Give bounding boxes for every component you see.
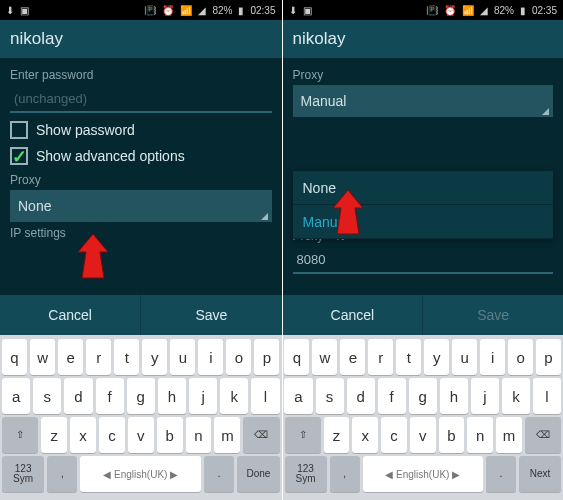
key-q[interactable]: q xyxy=(284,339,309,375)
key-h[interactable]: h xyxy=(440,378,468,414)
key-n[interactable]: n xyxy=(186,417,212,453)
kbd-row4: 123Sym,◀ English(UK) ▶.Next xyxy=(285,456,562,492)
checkbox-unchecked-icon[interactable] xyxy=(10,121,28,139)
key-w[interactable]: w xyxy=(30,339,55,375)
signal-icon: ◢ xyxy=(480,5,488,16)
proxy-label: Proxy xyxy=(10,173,272,187)
key-l[interactable]: l xyxy=(251,378,279,414)
key-u[interactable]: u xyxy=(170,339,195,375)
key-gray wide[interactable]: Done xyxy=(237,456,279,492)
show-advanced-row[interactable]: Show advanced options xyxy=(10,147,272,165)
proxy-spinner[interactable]: Manual xyxy=(293,85,554,117)
key-y[interactable]: y xyxy=(142,339,167,375)
key-u[interactable]: u xyxy=(452,339,477,375)
proxy-port-input[interactable] xyxy=(293,246,554,274)
key-space[interactable]: ◀ English(UK) ▶ xyxy=(80,456,201,492)
key-r[interactable]: r xyxy=(86,339,111,375)
key-p[interactable]: p xyxy=(254,339,279,375)
password-input[interactable] xyxy=(10,85,272,113)
key-gray wide[interactable]: 123Sym xyxy=(2,456,44,492)
key-a[interactable]: a xyxy=(2,378,30,414)
key-h[interactable]: h xyxy=(158,378,186,414)
battery-percent: 82% xyxy=(494,5,514,16)
clock: 02:35 xyxy=(532,5,557,16)
key-⇧[interactable]: ⇧ xyxy=(2,417,38,453)
key-f[interactable]: f xyxy=(378,378,406,414)
key-c[interactable]: c xyxy=(381,417,407,453)
key-t[interactable]: t xyxy=(114,339,139,375)
key-o[interactable]: o xyxy=(226,339,251,375)
key-l[interactable]: l xyxy=(533,378,561,414)
cancel-button[interactable]: Cancel xyxy=(283,295,423,335)
key-m[interactable]: m xyxy=(496,417,522,453)
save-button[interactable]: Save xyxy=(140,295,281,335)
key-k[interactable]: k xyxy=(220,378,248,414)
key-⇧[interactable]: ⇧ xyxy=(285,417,321,453)
battery-percent: 82% xyxy=(212,5,232,16)
vibrate-icon: 📳 xyxy=(426,5,438,16)
phone-right: ⬇ ▣ 📳 ⏰ 📶 ◢ 82% ▮ 02:35 nikolay Proxy Ma… xyxy=(282,0,564,500)
key-,[interactable]: , xyxy=(330,456,360,492)
key-s[interactable]: s xyxy=(33,378,61,414)
key-j[interactable]: j xyxy=(471,378,499,414)
kbd-row2: asdfghjkl xyxy=(2,378,280,414)
dialog-title: nikolay xyxy=(283,20,564,58)
cancel-button[interactable]: Cancel xyxy=(0,295,140,335)
key-⌫[interactable]: ⌫ xyxy=(243,417,279,453)
arrow-annotation-icon xyxy=(325,190,371,236)
battery-icon: ▮ xyxy=(238,5,244,16)
proxy-label: Proxy xyxy=(293,68,554,82)
key-.[interactable]: . xyxy=(204,456,234,492)
key-,[interactable]: , xyxy=(47,456,77,492)
status-bar: ⬇ ▣ 📳 ⏰ 📶 ◢ 82% ▮ 02:35 xyxy=(0,0,282,20)
kbd-row1: qwertyuiop xyxy=(285,339,562,375)
key-e[interactable]: e xyxy=(340,339,365,375)
key-z[interactable]: z xyxy=(324,417,350,453)
show-advanced-label: Show advanced options xyxy=(36,148,185,164)
key-k[interactable]: k xyxy=(502,378,530,414)
key-a[interactable]: a xyxy=(284,378,312,414)
key-n[interactable]: n xyxy=(467,417,493,453)
key-⌫[interactable]: ⌫ xyxy=(525,417,561,453)
proxy-spinner[interactable]: None xyxy=(10,190,272,222)
key-r[interactable]: r xyxy=(368,339,393,375)
key-gray wide[interactable]: Next xyxy=(519,456,561,492)
status-bar: ⬇ ▣ 📳 ⏰ 📶 ◢ 82% ▮ 02:35 xyxy=(283,0,564,20)
key-.[interactable]: . xyxy=(486,456,516,492)
key-o[interactable]: o xyxy=(508,339,533,375)
save-button[interactable]: Save xyxy=(422,295,563,335)
show-password-label: Show password xyxy=(36,122,135,138)
key-x[interactable]: x xyxy=(70,417,96,453)
key-c[interactable]: c xyxy=(99,417,125,453)
key-i[interactable]: i xyxy=(480,339,505,375)
key-g[interactable]: g xyxy=(127,378,155,414)
key-j[interactable]: j xyxy=(189,378,217,414)
svg-marker-1 xyxy=(333,190,363,234)
key-v[interactable]: v xyxy=(410,417,436,453)
key-t[interactable]: t xyxy=(396,339,421,375)
checkbox-checked-icon[interactable] xyxy=(10,147,28,165)
key-w[interactable]: w xyxy=(312,339,337,375)
key-b[interactable]: b xyxy=(439,417,465,453)
key-m[interactable]: m xyxy=(214,417,240,453)
key-z[interactable]: z xyxy=(41,417,67,453)
key-i[interactable]: i xyxy=(198,339,223,375)
key-space[interactable]: ◀ English(UK) ▶ xyxy=(363,456,483,492)
key-f[interactable]: f xyxy=(96,378,124,414)
key-d[interactable]: d xyxy=(64,378,92,414)
key-s[interactable]: s xyxy=(316,378,344,414)
dialog-title: nikolay xyxy=(0,20,282,58)
key-g[interactable]: g xyxy=(409,378,437,414)
key-e[interactable]: e xyxy=(58,339,83,375)
clock: 02:35 xyxy=(250,5,275,16)
key-b[interactable]: b xyxy=(157,417,183,453)
key-q[interactable]: q xyxy=(2,339,27,375)
show-password-row[interactable]: Show password xyxy=(10,121,272,139)
key-v[interactable]: v xyxy=(128,417,154,453)
key-p[interactable]: p xyxy=(536,339,561,375)
app-icon: ▣ xyxy=(20,5,29,16)
key-d[interactable]: d xyxy=(347,378,375,414)
key-y[interactable]: y xyxy=(424,339,449,375)
key-gray wide[interactable]: 123Sym xyxy=(285,456,327,492)
key-x[interactable]: x xyxy=(352,417,378,453)
